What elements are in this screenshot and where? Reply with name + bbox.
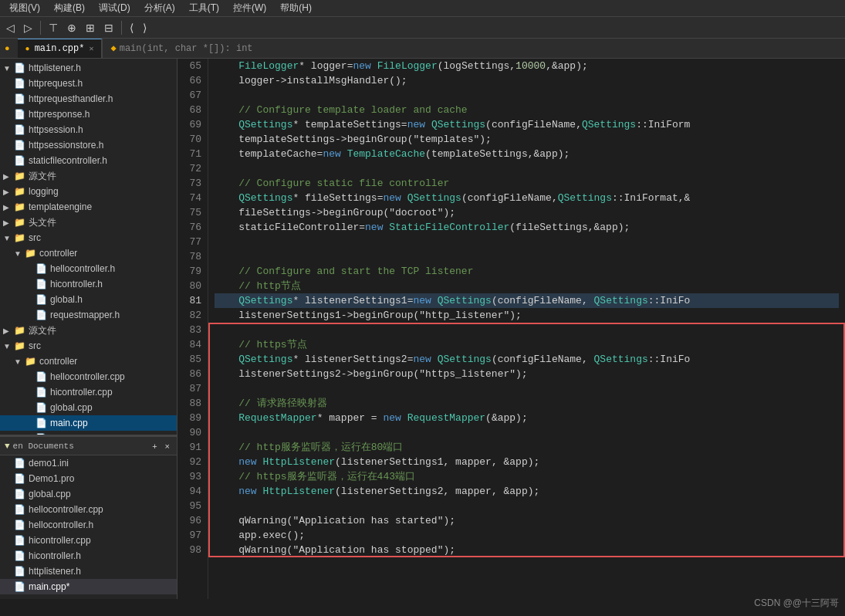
code-line-76: staticFileController=new StaticFileContr… <box>215 220 839 235</box>
open-docs-add[interactable]: + <box>150 442 159 451</box>
open-doc-hellocontroller-h[interactable]: 📄hellocontroller.h <box>0 517 177 533</box>
open-docs-title: en Documents <box>13 442 74 451</box>
tree-item-hicontroller-h[interactable]: 📄hicontroller.h <box>0 276 177 292</box>
menu-debug[interactable]: 调试(D) <box>93 0 137 16</box>
tree-item-staticfilecontroller-h[interactable]: 📄staticfilecontroller.h <box>0 153 177 168</box>
menu-view[interactable]: 视图(V) <box>3 0 46 16</box>
code-line-66: logger->installMsgHandler(); <box>215 73 839 88</box>
code-line-87 <box>215 381 839 396</box>
tab-bar-left: ● <box>0 39 18 58</box>
open-doc-global-cpp[interactable]: 📄global.cpp <box>0 486 177 502</box>
toolbar-filter[interactable]: ⊤ <box>46 20 61 36</box>
open-doc-httplistener-h[interactable]: 📄httplistener.h <box>0 564 177 579</box>
code-line-86: listenerSettings2->beginGroup("https_lis… <box>215 367 839 381</box>
tree-item-源文件[interactable]: ▶📁源文件 <box>0 323 177 338</box>
code-line-67 <box>215 88 839 103</box>
tree-item-httpsession-h[interactable]: 📄httpsession.h <box>0 122 177 137</box>
code-line-68: // Configure template loader and cache <box>215 103 839 117</box>
tree-item-hellocontroller-cpp[interactable]: 📄hellocontroller.cpp <box>0 369 177 384</box>
tree-item-httprequesthandler-h[interactable]: 📄httprequesthandler.h <box>0 91 177 107</box>
code-line-70: templateSettings->beginGroup("templates"… <box>215 132 839 147</box>
toolbar-sep2 <box>121 21 122 35</box>
tree-item-controller[interactable]: ▼📁controller <box>0 245 177 261</box>
tree-item-requestmapper-h[interactable]: 📄requestmapper.h <box>0 307 177 323</box>
open-docs-close[interactable]: × <box>163 442 172 451</box>
tree-item-httpsessionstore-h[interactable]: 📄httpsessionstore.h <box>0 137 177 153</box>
code-line-93: // https服务监听器，运行在443端口 <box>215 469 839 484</box>
toolbar-sep1 <box>40 21 41 35</box>
code-line-71: templateCache=new TemplateCache(template… <box>215 147 839 161</box>
toolbar-remove[interactable]: ⊟ <box>101 20 117 36</box>
tab-close-main[interactable]: ✕ <box>89 44 93 53</box>
project-tree[interactable]: ▼📄httplistener.h 📄httprequest.h 📄httpreq… <box>0 59 177 435</box>
toolbar-link[interactable]: ⊕ <box>64 20 79 36</box>
tab-main-cpp[interactable]: ● main.cpp* ✕ <box>18 39 103 58</box>
tree-item-hicontroller-cpp[interactable]: 📄hicontroller.cpp <box>0 384 177 400</box>
open-doc-demo1-ini[interactable]: 📄demo1.ini <box>0 455 177 471</box>
tab-bar: ● ● main.cpp* ✕ ◆ main(int, char *[]): i… <box>0 39 845 59</box>
code-line-65: FileLogger* logger=new FileLogger(logSet… <box>215 59 839 73</box>
open-doc-hicontroller-h[interactable]: 📄hicontroller.h <box>0 548 177 564</box>
func-bar: ◆ main(int, char *[]): int <box>102 39 845 58</box>
code-line-85: QSettings* listenerSettings2=new QSettin… <box>215 352 839 367</box>
code-line-83 <box>215 323 839 337</box>
code-line-78 <box>215 249 839 264</box>
tree-item-httprequest-h[interactable]: 📄httprequest.h <box>0 76 177 91</box>
menu-help[interactable]: 帮助(H) <box>274 0 318 16</box>
code-line-73: // Configure static file controller <box>215 176 839 191</box>
code-line-84: // https节点 <box>215 337 839 352</box>
open-docs-header: ▼ en Documents + × <box>0 437 177 455</box>
tree-item-src[interactable]: ▼📁src <box>0 230 177 245</box>
open-docs-list[interactable]: 📄demo1.ini📄Demo1.pro📄global.cpp📄hellocon… <box>0 455 177 599</box>
tree-item-logging[interactable]: ▶📁logging <box>0 184 177 199</box>
code-line-69: QSettings* templateSettings=new QSetting… <box>215 117 839 132</box>
menu-tools[interactable]: 工具(T) <box>183 0 225 16</box>
open-doc-hellocontroller-cpp[interactable]: 📄hellocontroller.cpp <box>0 502 177 517</box>
tree-item-src[interactable]: ▼📁src <box>0 338 177 354</box>
toolbar-next[interactable]: ⟩ <box>140 20 150 36</box>
code-line-77 <box>215 235 839 249</box>
code-line-80: // http节点 <box>215 279 839 293</box>
tree-item-global-cpp[interactable]: 📄global.cpp <box>0 400 177 415</box>
code-line-94: new HttpListener(listenerSettings2, mapp… <box>215 484 839 499</box>
code-line-88: // 请求路径映射器 <box>215 396 839 411</box>
menu-bar: 视图(V) 构建(B) 调试(D) 分析(A) 工具(T) 控件(W) 帮助(H… <box>0 0 845 17</box>
tree-item-httpresponse-h[interactable]: 📄httpresponse.h <box>0 107 177 122</box>
code-line-89: RequestMapper* mapper = new RequestMappe… <box>215 411 839 425</box>
menu-build[interactable]: 构建(B) <box>48 0 91 16</box>
tree-item-templateengine[interactable]: ▶📁templateengine <box>0 199 177 215</box>
toolbar-forward[interactable]: ▷ <box>21 20 35 36</box>
tree-item-controller[interactable]: ▼📁controller <box>0 354 177 369</box>
tree-item-httplistener-h[interactable]: ▼📄httplistener.h <box>0 60 177 76</box>
code-line-97: app.exec(); <box>215 528 839 543</box>
open-doc-hicontroller-cpp[interactable]: 📄hicontroller.cpp <box>0 533 177 548</box>
tree-item-源文件[interactable]: ▶📁源文件 <box>0 168 177 184</box>
line-numbers: 6566676869707172737475767778798081828384… <box>177 59 208 599</box>
code-line-95 <box>215 499 839 513</box>
toolbar-add[interactable]: ⊞ <box>83 20 98 36</box>
tree-item-hellocontroller-h[interactable]: 📄hellocontroller.h <box>0 261 177 276</box>
toolbar-prev[interactable]: ⟨ <box>127 20 137 36</box>
code-line-72 <box>215 161 839 176</box>
code-line-79: // Configure and start the TCP listener <box>215 264 839 279</box>
code-line-81: QSettings* listenerSettings1=new QSettin… <box>215 293 839 308</box>
toolbar: ◁ ▷ ⊤ ⊕ ⊞ ⊟ ⟨ ⟩ <box>0 17 845 39</box>
open-doc-main-cpp-[interactable]: 📄main.cpp* <box>0 579 177 594</box>
code-line-98: qWarning("Application has stopped"); <box>215 543 839 557</box>
menu-control[interactable]: 控件(W) <box>227 0 272 16</box>
main-layout: ▼📄httplistener.h 📄httprequest.h 📄httpreq… <box>0 59 845 599</box>
code-line-90 <box>215 425 839 440</box>
open-docs-panel: ▼ en Documents + × 📄demo1.ini📄Demo1.pro📄… <box>0 437 177 599</box>
tree-item-global-h[interactable]: 📄global.h <box>0 292 177 307</box>
menu-analyze[interactable]: 分析(A) <box>138 0 181 16</box>
code-content[interactable]: FileLogger* logger=new FileLogger(logSet… <box>208 59 845 599</box>
tree-item-main-cpp[interactable]: 📄main.cpp <box>0 415 177 431</box>
open-docs-icon: ▼ <box>5 442 10 451</box>
toolbar-back[interactable]: ◁ <box>3 20 18 36</box>
editor-area: 6566676869707172737475767778798081828384… <box>177 59 845 599</box>
open-doc-Demo1-pro[interactable]: 📄Demo1.pro <box>0 471 177 486</box>
code-line-91: // http服务监听器，运行在80端口 <box>215 440 839 455</box>
code-container[interactable]: 6566676869707172737475767778798081828384… <box>177 59 845 599</box>
tree-item-头文件[interactable]: ▶📁头文件 <box>0 215 177 230</box>
func-icon: ◆ <box>110 42 116 54</box>
